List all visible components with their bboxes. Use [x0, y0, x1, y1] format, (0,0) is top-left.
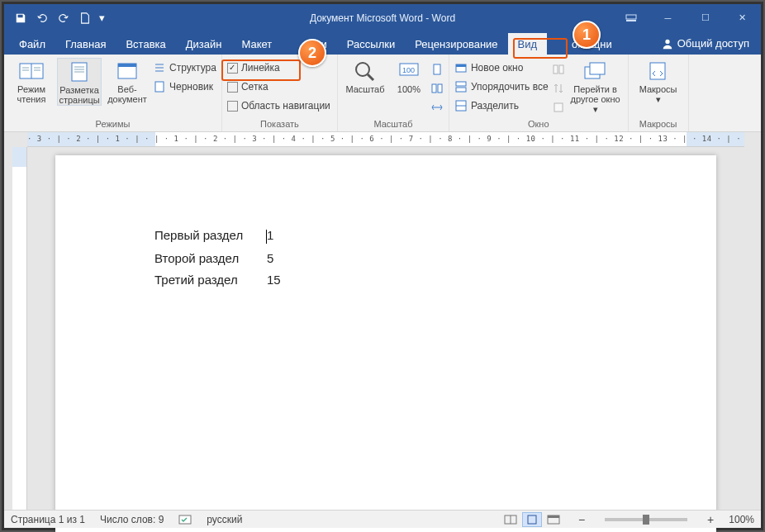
switch-windows-button[interactable]: Перейти в другое окно ▾: [568, 58, 623, 114]
switch-windows-icon: [582, 59, 609, 83]
zoom-100-label: 100%: [397, 84, 421, 94]
svg-rect-29: [554, 65, 558, 74]
show-caption: Показать: [227, 117, 332, 131]
svg-rect-25: [456, 82, 466, 86]
group-zoom: Масштаб 100 100% Масштаб: [338, 55, 449, 131]
zoom-caption: Масштаб: [343, 117, 444, 131]
zoom-level[interactable]: 100%: [729, 514, 754, 525]
reset-pos-icon: [552, 101, 565, 114]
page[interactable]: Первый раздел1 Второй раздел5 Третий раз…: [55, 155, 716, 532]
window-caption: Окно: [454, 117, 623, 131]
callout-2: 2: [298, 39, 326, 67]
ribbon-tabs: Файл Главная Вставка Дизайн Макет лки Ра…: [4, 31, 761, 55]
tab-mailings[interactable]: Рассылки: [337, 33, 405, 55]
checkbox-icon: [227, 101, 238, 112]
status-proof-icon[interactable]: [178, 514, 192, 525]
svg-rect-20: [434, 64, 440, 74]
ribbon: Режим чтения Разметка страницы Веб- доку…: [4, 55, 761, 132]
horizontal-ruler[interactable]: · 3 · | · 2 · | · 1 · | · | · 1 · | · 2 …: [27, 132, 744, 147]
view-mode-buttons: [501, 512, 563, 527]
draft-icon: [153, 80, 166, 93]
svg-text:100: 100: [402, 66, 415, 74]
zoom-out-button[interactable]: −: [578, 513, 585, 526]
sync-scroll-button[interactable]: [552, 80, 565, 97]
svg-rect-15: [155, 82, 164, 92]
page-width-button[interactable]: [430, 99, 444, 116]
checkbox-icon: [227, 63, 238, 74]
ruler-ticks: · 3 · | · 2 · | · 1 · | · | · 1 · | · 2 …: [27, 135, 744, 143]
outline-icon: [153, 61, 166, 74]
print-layout-icon: [66, 60, 93, 83]
web-layout-button[interactable]: Веб- документ: [105, 58, 150, 104]
draft-button[interactable]: Черновик: [153, 78, 216, 95]
side-by-side-button[interactable]: [552, 61, 565, 78]
split-button[interactable]: Разделить: [454, 97, 549, 114]
list-item: Второй раздел5: [154, 251, 281, 265]
status-words[interactable]: Число слов: 9: [100, 514, 164, 525]
share-icon: [662, 38, 673, 50]
share-label: Общий доступ: [677, 37, 749, 50]
tab-design[interactable]: Дизайн: [176, 33, 232, 55]
macros-icon: [645, 59, 672, 83]
web-layout-label: Веб- документ: [107, 84, 147, 104]
split-icon: [454, 99, 468, 112]
zoom-100-button[interactable]: 100 100%: [391, 58, 427, 94]
new-window-button[interactable]: Новое окно: [454, 59, 549, 76]
zoom-in-button[interactable]: +: [707, 513, 714, 526]
web-layout-view-button[interactable]: [544, 512, 563, 527]
read-mode-button[interactable]: Режим чтения: [9, 58, 54, 104]
callout-1: 1: [573, 21, 601, 49]
vertical-ruler[interactable]: [12, 147, 27, 510]
document-content[interactable]: Первый раздел1 Второй раздел5 Третий раз…: [154, 228, 281, 294]
tab-layout[interactable]: Макет: [231, 33, 282, 55]
one-page-button[interactable]: [430, 61, 444, 78]
macros-caption: Макросы: [634, 117, 683, 131]
group-modes: Режим чтения Разметка страницы Веб- доку…: [4, 55, 222, 131]
grid-checkbox[interactable]: Сетка: [227, 78, 330, 95]
one-page-icon: [430, 63, 444, 76]
svg-line-17: [368, 74, 373, 80]
navpane-checkbox[interactable]: Область навигации: [227, 97, 330, 114]
zoom-slider[interactable]: [605, 518, 687, 521]
print-layout-button[interactable]: Разметка страницы: [57, 58, 102, 106]
multi-page-button[interactable]: [430, 80, 444, 97]
read-mode-label: Режим чтения: [17, 84, 46, 104]
document-area: · 3 · | · 2 · | · 1 · | · | · 1 · | · 2 …: [4, 132, 761, 510]
svg-rect-22: [438, 84, 442, 93]
outline-button[interactable]: Структура: [153, 59, 216, 76]
read-mode-view-button[interactable]: [501, 512, 520, 527]
macros-button[interactable]: Макросы▾: [634, 58, 683, 104]
print-layout-label: Разметка страницы: [59, 85, 99, 105]
print-layout-view-button[interactable]: [522, 512, 542, 527]
multi-page-icon: [430, 82, 444, 95]
zoom-100-icon: 100: [396, 59, 422, 83]
side-by-side-icon: [552, 63, 565, 76]
checkbox-icon: [227, 82, 238, 93]
new-window-icon: [454, 61, 468, 74]
zoom-button[interactable]: Масштаб: [343, 58, 387, 94]
group-window: Новое окно Упорядочить все Разделить Пер…: [449, 55, 629, 131]
svg-rect-30: [559, 65, 563, 74]
tab-insert[interactable]: Вставка: [116, 33, 175, 55]
tab-review[interactable]: Рецензирование: [405, 33, 507, 55]
svg-rect-40: [548, 515, 559, 518]
arrange-all-button[interactable]: Упорядочить все: [454, 78, 549, 95]
svg-rect-38: [528, 515, 536, 524]
tab-file[interactable]: Файл: [9, 33, 55, 55]
title-bar: ▾ Документ Microsoft Word - Word ─ ☐ ✕: [4, 4, 761, 31]
zoom-icon: [352, 59, 378, 83]
window-title: Документ Microsoft Word - Word: [4, 12, 761, 24]
arrange-icon: [454, 80, 468, 93]
tab-view[interactable]: Вид: [508, 33, 548, 55]
reset-pos-button[interactable]: [552, 99, 565, 116]
status-page[interactable]: Страница 1 из 1: [11, 514, 85, 525]
share-button[interactable]: Общий доступ: [650, 32, 761, 55]
group-macros: Макросы▾ Макросы: [629, 55, 689, 131]
status-language[interactable]: русский: [207, 514, 242, 525]
tab-home[interactable]: Главная: [55, 33, 116, 55]
list-item: Первый раздел1: [154, 228, 281, 244]
svg-rect-26: [456, 88, 466, 92]
svg-rect-31: [554, 103, 563, 112]
svg-rect-14: [118, 64, 136, 67]
zoom-slider-thumb[interactable]: [643, 515, 649, 525]
